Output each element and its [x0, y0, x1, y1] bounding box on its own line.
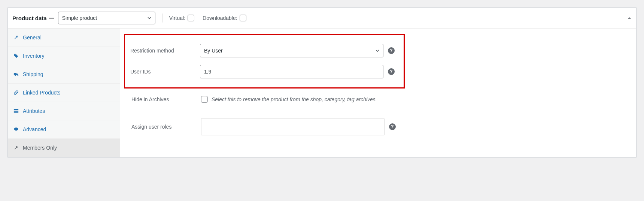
virtual-option[interactable]: Virtual:	[169, 15, 194, 21]
user-ids-row: User IDs ?	[125, 61, 404, 82]
list-icon	[13, 108, 19, 114]
tab-advanced[interactable]: Advanced	[8, 120, 120, 139]
tab-label: Shipping	[23, 71, 43, 77]
tab-label: Members Only	[23, 145, 57, 151]
tab-attributes[interactable]: Attributes	[8, 102, 120, 120]
truck-icon	[13, 71, 19, 77]
tab-general[interactable]: General	[8, 28, 120, 47]
restriction-method-select-wrap: By User	[200, 44, 383, 57]
tag-icon	[13, 53, 19, 59]
wrench-icon	[13, 34, 19, 40]
tab-members-only[interactable]: Members Only	[8, 139, 120, 157]
downloadable-option[interactable]: Downloadable:	[203, 15, 246, 21]
product-type-select-wrap: Simple product	[58, 12, 155, 24]
panel-title-separator: —	[49, 15, 54, 21]
panel-title: Product data	[12, 15, 47, 21]
header-divider	[162, 14, 162, 22]
user-ids-label: User IDs	[125, 69, 200, 75]
virtual-label: Virtual:	[169, 15, 185, 21]
svg-rect-2	[14, 112, 18, 113]
tab-label: Advanced	[23, 126, 46, 132]
link-icon	[13, 90, 19, 96]
svg-rect-0	[14, 109, 18, 110]
highlight-box: Restriction method By User ?	[124, 34, 405, 88]
downloadable-label: Downloadable:	[203, 15, 237, 21]
downloadable-checkbox[interactable]	[240, 15, 246, 21]
restriction-method-label: Restriction method	[125, 48, 200, 54]
hide-archives-description: Select this to remove the product from t…	[212, 96, 377, 102]
tab-label: Linked Products	[23, 90, 60, 96]
tab-linked-products[interactable]: Linked Products	[8, 84, 120, 102]
hide-archives-label: Hide in Archives	[126, 96, 201, 102]
tab-label: Attributes	[23, 108, 45, 114]
restriction-method-row: Restriction method By User ?	[125, 40, 404, 61]
svg-rect-1	[14, 111, 18, 112]
hide-archives-row: Hide in Archives Select this to remove t…	[126, 92, 630, 106]
product-type-select[interactable]: Simple product	[58, 12, 155, 24]
tab-content: Restriction method By User ?	[120, 28, 636, 157]
user-ids-input[interactable]	[200, 65, 383, 78]
assign-roles-row: Assign user roles ?	[126, 114, 630, 139]
panel-header: Product data — Simple product Virtual: D…	[8, 8, 636, 28]
restriction-method-select[interactable]: By User	[200, 44, 383, 57]
panel-body: General Inventory Shipping Linked Produc…	[8, 28, 636, 157]
tab-label: Inventory	[23, 53, 45, 59]
virtual-checkbox[interactable]	[188, 15, 194, 21]
assign-roles-input[interactable]	[201, 118, 385, 135]
collapse-toggle[interactable]	[627, 16, 632, 20]
tab-inventory[interactable]: Inventory	[8, 47, 120, 65]
tab-shipping[interactable]: Shipping	[8, 65, 120, 84]
hide-archives-checkbox[interactable]	[201, 96, 208, 103]
tab-label: General	[23, 34, 42, 40]
gear-icon	[13, 126, 19, 132]
tabs-sidebar: General Inventory Shipping Linked Produc…	[8, 28, 120, 157]
wrench-icon	[13, 145, 19, 151]
assign-roles-label: Assign user roles	[126, 124, 201, 130]
help-icon[interactable]: ?	[389, 123, 396, 130]
product-data-panel: Product data — Simple product Virtual: D…	[7, 8, 637, 158]
help-icon[interactable]: ?	[388, 47, 395, 54]
help-icon[interactable]: ?	[388, 68, 395, 75]
divider	[126, 112, 630, 112]
